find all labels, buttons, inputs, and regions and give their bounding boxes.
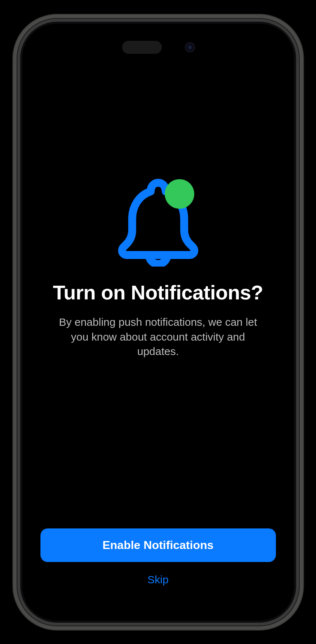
notification-badge-dot [165, 179, 194, 209]
page-title: Turn on Notifications? [53, 281, 263, 304]
skip-button[interactable]: Skip [40, 569, 276, 590]
phone-device-frame: Turn on Notifications? By enabling push … [17, 19, 299, 626]
screen-content: Turn on Notifications? By enabling push … [20, 22, 296, 623]
main-content: Turn on Notifications? By enabling push … [38, 72, 278, 528]
action-buttons: Enable Notifications Skip [38, 528, 278, 601]
page-description: By enabling push notifications, we can l… [53, 315, 263, 359]
enable-notifications-button[interactable]: Enable Notifications [40, 528, 276, 562]
bell-badge-icon [115, 176, 202, 267]
